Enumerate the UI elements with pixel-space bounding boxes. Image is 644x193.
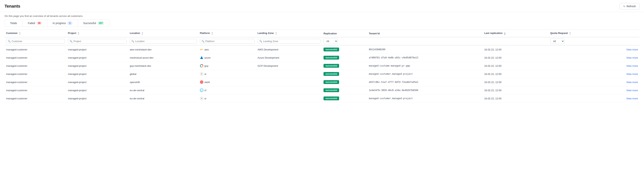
cell-customer: managed-customer	[4, 54, 66, 62]
filter-replication[interactable]: All	[322, 37, 368, 45]
cell-action: View more	[602, 78, 640, 86]
project-search-input[interactable]	[74, 40, 125, 43]
replication-filter-select[interactable]: All	[324, 38, 338, 44]
cell-quota	[549, 86, 602, 94]
cell-location: aws-meshstack-dev	[128, 45, 198, 54]
cell-landingzone	[256, 70, 322, 78]
cell-platform: cf cf	[198, 86, 256, 94]
col-header-location[interactable]: Location ▲▼	[128, 30, 198, 37]
cell-project: managed-project	[66, 54, 128, 62]
cell-replication: successful	[322, 45, 368, 54]
failed-badge: 36	[37, 21, 42, 25]
status-badge: successful	[324, 88, 339, 92]
filter-action	[602, 37, 640, 45]
view-more-link[interactable]: View more	[626, 64, 638, 67]
customer-search-icon: 🔍	[8, 40, 11, 43]
cell-lastrep: 16.02.22, 12:00	[483, 70, 549, 78]
page-header: Tenants ↻ Refresh	[0, 0, 644, 12]
platform-icon-aws: aws	[200, 48, 203, 51]
svg-text:aws: aws	[200, 48, 203, 50]
quota-filter-select[interactable]: All	[550, 38, 564, 44]
cell-customer: managed-customer	[4, 78, 66, 86]
tenants-table: Customer ▲▼ Project ▲▼ Location ▲▼ Platf…	[4, 29, 640, 103]
platform-label: sr	[204, 73, 206, 75]
cell-project: managed-project	[66, 45, 128, 54]
cell-tenantid: e657c0bc-51a7-4f77-9dfd-72ea0efa45e2	[368, 78, 483, 86]
platform-icon-gcp	[200, 64, 203, 67]
cell-tenantid: a7d09781-d7a9-4e0b-a93c-c9e95d079a13	[368, 54, 483, 62]
sort-icons-landingzone: ▲▼	[275, 32, 277, 35]
landingzone-search-wrap: 🔍	[258, 39, 320, 44]
cell-project: managed-project	[66, 70, 128, 78]
svg-point-6	[201, 82, 202, 83]
failed-label: Failed	[28, 22, 35, 25]
totals-stat: Totals	[4, 19, 22, 27]
platform-icon-okd4	[200, 80, 203, 84]
cell-project: managed-project	[66, 94, 128, 103]
page-subtitle: On this page you find an overview of all…	[0, 12, 644, 19]
view-more-link[interactable]: View more	[626, 73, 638, 75]
sort-icons-platform: ▲▼	[211, 32, 213, 35]
cell-action: View more	[602, 54, 640, 62]
landingzone-search-input[interactable]	[263, 40, 319, 43]
col-header-platform[interactable]: Platform ▲▼	[198, 30, 256, 37]
col-header-lastrep[interactable]: Last replication ▲▼	[483, 30, 549, 37]
col-header-quota[interactable]: Quota Request ▲▼	[549, 30, 602, 37]
customer-search-wrap: 🔍	[6, 39, 65, 44]
sort-icons-customer: ▲▼	[19, 32, 21, 35]
table-row: managed-customer managed-project eu-de-c…	[4, 86, 640, 94]
table-container: Customer ▲▼ Project ▲▼ Location ▲▼ Platf…	[0, 29, 644, 103]
filter-row: 🔍 🔍 🔍	[4, 37, 640, 45]
sort-icons-lastrep: ▲▼	[504, 32, 506, 35]
cell-location: openshift	[128, 78, 198, 86]
cell-replication: successful	[322, 86, 368, 94]
table-row: managed-customer managed-project openshi…	[4, 78, 640, 86]
col-header-project[interactable]: Project ▲▼	[66, 30, 128, 37]
project-search-icon: 🔍	[70, 40, 72, 43]
col-header-tenantid: Tenant Id	[368, 30, 483, 37]
customer-search-input[interactable]	[12, 40, 63, 43]
status-badge: successful	[324, 64, 339, 68]
stats-row: Totals Failed 36 In progress 1 Successfu…	[0, 19, 644, 29]
view-more-link[interactable]: View more	[626, 97, 638, 100]
cell-project: managed-project	[66, 78, 128, 86]
platform-label: azure	[204, 56, 211, 59]
view-more-link[interactable]: View more	[626, 89, 638, 92]
status-badge: successful	[324, 56, 339, 59]
platform-label: gcp	[204, 64, 208, 67]
filter-landingzone: 🔍	[256, 37, 322, 45]
cell-replication: successful	[322, 78, 368, 86]
status-badge: successful	[324, 96, 339, 100]
filter-quota[interactable]: All	[549, 37, 602, 45]
cell-action: View more	[602, 70, 640, 78]
cell-quota	[549, 45, 602, 54]
cell-action: View more	[602, 45, 640, 54]
view-more-link[interactable]: View more	[626, 56, 638, 59]
cell-quota	[549, 78, 602, 86]
filter-customer: 🔍	[4, 37, 66, 45]
cell-replication: successful	[322, 62, 368, 70]
cell-replication: successful	[322, 54, 368, 62]
table-row: managed-customer managed-project aws-mes…	[4, 45, 640, 54]
col-header-replication: Replication	[322, 30, 368, 37]
cell-platform: gcp	[198, 62, 256, 70]
platform-icon-sr	[200, 72, 203, 76]
platform-search-input[interactable]	[206, 40, 253, 43]
view-more-link[interactable]: View more	[626, 81, 638, 84]
table-body: managed-customer managed-project aws-mes…	[4, 45, 640, 103]
refresh-button[interactable]: ↻ Refresh	[620, 3, 640, 9]
col-header-customer[interactable]: Customer ▲▼	[4, 30, 66, 37]
location-search-input[interactable]	[135, 40, 195, 43]
cell-location: meshcloud-azure-dev	[128, 54, 198, 62]
col-header-landingzone[interactable]: Landing Zone ▲▼	[256, 30, 322, 37]
landingzone-search-icon: 🔍	[259, 40, 262, 43]
cell-lastrep: 16.02.22, 12:00	[483, 45, 549, 54]
cell-landingzone	[256, 78, 322, 86]
project-search-wrap: 🔍	[68, 39, 127, 44]
cell-location: eu-de-central	[128, 86, 198, 94]
cell-replication: successful	[322, 94, 368, 103]
cell-tenantid: managed-customer.managed-project	[368, 70, 483, 78]
platform-icon-sr	[200, 97, 203, 100]
view-more-link[interactable]: View more	[626, 48, 638, 51]
table-row: managed-customer managed-project gcp-mes…	[4, 62, 640, 70]
